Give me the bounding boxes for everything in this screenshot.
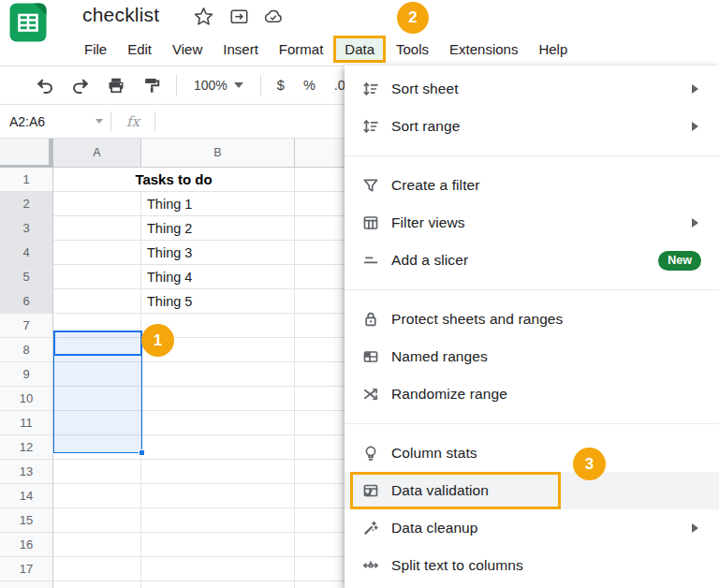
row-header-6[interactable]: 6 bbox=[0, 289, 53, 314]
name-box[interactable]: A2:A6 bbox=[0, 114, 110, 129]
row-header-13[interactable]: 13 bbox=[0, 460, 53, 484]
cell[interactable] bbox=[53, 533, 141, 557]
zoom-select[interactable]: 100% bbox=[190, 78, 247, 93]
row-header-8[interactable]: 8 bbox=[0, 338, 53, 362]
cell[interactable] bbox=[295, 265, 345, 289]
menu-item-create-a-filter[interactable]: Create a filter bbox=[345, 167, 719, 204]
cell[interactable] bbox=[295, 362, 345, 387]
cell[interactable] bbox=[53, 581, 141, 588]
column-header-A[interactable]: A bbox=[53, 139, 141, 168]
cell[interactable] bbox=[141, 411, 295, 435]
menubar-item-extensions[interactable]: Extensions bbox=[439, 37, 528, 62]
menu-item-protect-sheets-and-ranges[interactable]: Protect sheets and ranges bbox=[345, 301, 719, 338]
cell[interactable]: Thing 2 bbox=[141, 216, 295, 241]
menubar-item-insert[interactable]: Insert bbox=[213, 37, 269, 62]
name-box-caret-icon[interactable] bbox=[95, 119, 103, 124]
cell[interactable]: Thing 5 bbox=[141, 289, 295, 314]
select-all-corner[interactable] bbox=[0, 139, 53, 168]
cell[interactable] bbox=[53, 192, 141, 216]
row-header-2[interactable]: 2 bbox=[0, 192, 53, 216]
paint-format-icon[interactable] bbox=[140, 74, 163, 96]
percent-format-button[interactable]: % bbox=[301, 78, 318, 93]
row-header-15[interactable]: 15 bbox=[0, 508, 53, 533]
undo-icon[interactable] bbox=[34, 74, 56, 96]
fill-handle[interactable] bbox=[139, 449, 145, 456]
cell[interactable] bbox=[141, 387, 295, 411]
cell[interactable] bbox=[53, 484, 141, 508]
cell[interactable] bbox=[295, 435, 345, 460]
row-header-1[interactable]: 1 bbox=[0, 168, 53, 192]
row-header-9[interactable]: 9 bbox=[0, 362, 53, 387]
cell[interactable] bbox=[53, 289, 141, 314]
row-header-14[interactable]: 14 bbox=[0, 484, 53, 508]
print-icon[interactable] bbox=[105, 74, 127, 96]
move-folder-icon[interactable] bbox=[228, 6, 249, 26]
cell[interactable] bbox=[295, 411, 345, 435]
menu-item-add-a-slicer[interactable]: Add a slicerNew bbox=[345, 242, 719, 279]
menu-item-split-text-to-columns[interactable]: Split text to columns bbox=[345, 547, 719, 584]
cell[interactable] bbox=[141, 484, 295, 508]
cell[interactable] bbox=[295, 533, 345, 557]
cell[interactable] bbox=[53, 460, 141, 484]
cell[interactable] bbox=[295, 216, 345, 241]
redo-icon[interactable] bbox=[69, 74, 92, 96]
cell[interactable] bbox=[295, 581, 345, 588]
cell[interactable] bbox=[295, 557, 345, 581]
cell[interactable] bbox=[141, 581, 295, 588]
cell[interactable]: Thing 1 bbox=[141, 192, 295, 216]
star-icon[interactable] bbox=[193, 6, 213, 26]
row-header-10[interactable]: 10 bbox=[0, 387, 53, 411]
cell[interactable] bbox=[295, 168, 345, 192]
document-title[interactable]: checklist bbox=[82, 4, 159, 26]
row-header-5[interactable]: 5 bbox=[0, 265, 53, 289]
column-header-partial[interactable] bbox=[295, 139, 345, 168]
cell[interactable] bbox=[295, 460, 345, 484]
menubar-item-format[interactable]: Format bbox=[269, 37, 334, 62]
row-header-17[interactable]: 17 bbox=[0, 557, 53, 581]
menu-item-data-validation[interactable]: Data validation bbox=[345, 472, 719, 509]
cell[interactable] bbox=[53, 508, 141, 533]
row-header-12[interactable]: 12 bbox=[0, 435, 53, 460]
cell[interactable] bbox=[141, 533, 295, 557]
row-header-16[interactable]: 16 bbox=[0, 533, 53, 557]
cell[interactable] bbox=[53, 557, 141, 581]
row-header-11[interactable]: 11 bbox=[0, 411, 53, 435]
cell[interactable] bbox=[295, 289, 345, 314]
cell[interactable]: Thing 4 bbox=[141, 265, 295, 289]
menu-item-sort-range[interactable]: Sort range bbox=[345, 108, 719, 145]
cell[interactable] bbox=[141, 557, 295, 581]
menu-item-column-stats[interactable]: Column stats bbox=[345, 434, 719, 472]
menubar-item-edit[interactable]: Edit bbox=[117, 37, 162, 62]
cell[interactable]: Thing 3 bbox=[141, 241, 295, 265]
cell[interactable] bbox=[295, 192, 345, 216]
cell[interactable] bbox=[141, 362, 295, 387]
cell[interactable] bbox=[295, 508, 345, 533]
menubar-item-help[interactable]: Help bbox=[528, 37, 578, 62]
cell[interactable] bbox=[295, 387, 345, 411]
sheets-logo-icon[interactable] bbox=[9, 3, 47, 42]
menu-item-randomize-range[interactable]: Randomize range bbox=[345, 375, 719, 413]
cloud-check-icon[interactable] bbox=[263, 6, 284, 26]
cell[interactable] bbox=[53, 241, 141, 265]
menu-item-sort-sheet[interactable]: Sort sheet bbox=[345, 70, 719, 108]
row-header-7[interactable]: 7 bbox=[0, 314, 53, 338]
row-header-3[interactable]: 3 bbox=[0, 216, 53, 241]
cell[interactable] bbox=[141, 508, 295, 533]
row-header-4[interactable]: 4 bbox=[0, 241, 53, 265]
merged-title-cell[interactable]: Tasks to do bbox=[53, 168, 295, 192]
menubar-item-file[interactable]: File bbox=[74, 37, 117, 62]
cell[interactable] bbox=[53, 216, 141, 241]
cell[interactable] bbox=[141, 460, 295, 484]
cell[interactable] bbox=[53, 265, 141, 289]
menubar-item-view[interactable]: View bbox=[162, 37, 213, 62]
menu-item-named-ranges[interactable]: Named ranges bbox=[345, 338, 719, 375]
cell[interactable] bbox=[295, 241, 345, 265]
column-header-B[interactable]: B bbox=[141, 139, 295, 168]
menu-item-data-cleanup[interactable]: Data cleanup bbox=[345, 509, 719, 547]
cell[interactable] bbox=[141, 435, 295, 460]
cell[interactable] bbox=[295, 338, 345, 362]
menubar-item-data[interactable]: Data bbox=[333, 36, 386, 63]
menu-item-filter-views[interactable]: Filter views bbox=[345, 204, 719, 242]
cell[interactable] bbox=[295, 314, 345, 338]
currency-format-button[interactable]: $ bbox=[274, 78, 287, 93]
